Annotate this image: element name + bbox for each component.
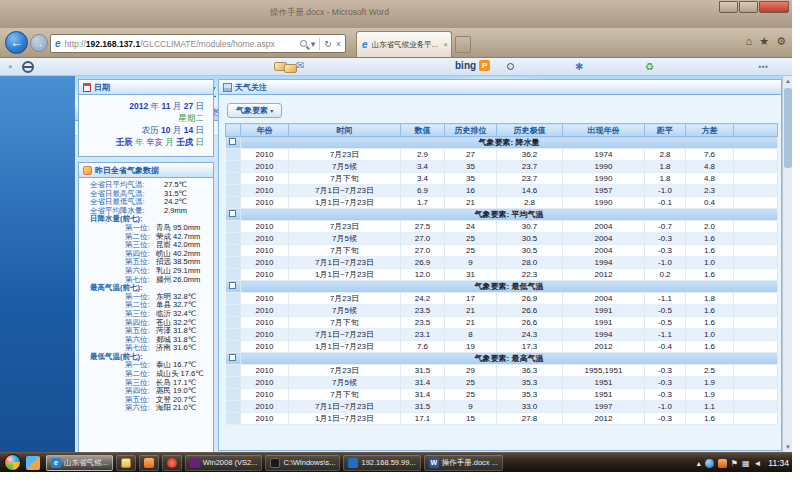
table-row[interactable]: 20101月1日~7月23日1.7212.81990-0.10.4 — [226, 197, 778, 209]
mail-icon[interactable]: ✉ — [296, 60, 304, 71]
refresh-icon[interactable]: ↻ — [324, 39, 332, 49]
row-leading-cell — [226, 149, 241, 161]
forward-button[interactable]: → — [30, 34, 48, 52]
column-header-5: 出现年份 — [563, 124, 645, 137]
table-row[interactable]: 20107月23日2.92736.219742.87.6 — [226, 149, 778, 161]
group-checkbox[interactable] — [229, 138, 236, 145]
search-icon[interactable] — [300, 40, 307, 47]
group-checkbox-cell — [226, 137, 241, 149]
table-row[interactable]: 20107月5候23.52126.61991-0.51.6 — [226, 305, 778, 317]
taskbar-task-5[interactable]: C:\Windows\s... — [265, 455, 340, 471]
tray-flag-icon[interactable]: ⚑ — [731, 459, 738, 468]
column-header-1: 时间 — [289, 124, 401, 137]
search-dropdown-icon[interactable]: ▾ — [311, 39, 316, 49]
table-row[interactable]: 20107月下旬31.42535.31951-0.31.9 — [226, 389, 778, 401]
cell-5: 1994 — [563, 257, 645, 269]
tray-expand-icon[interactable]: ▴ — [697, 459, 701, 468]
tray-volume-icon[interactable]: ◄ — [753, 459, 761, 468]
taskbar-task-3[interactable] — [162, 455, 182, 471]
table-row[interactable]: 20101月1日~7月23日17.11527.82012-0.31.6 — [226, 413, 778, 425]
cell-1: 7月5候 — [289, 233, 401, 245]
address-bar[interactable]: e http://192.168.137.1/GLCCLIMATE/module… — [50, 34, 346, 53]
table-row[interactable]: 20107月1日~7月23日6.91614.61957-1.02.3 — [226, 185, 778, 197]
row-leading-cell — [226, 233, 241, 245]
quick-launch-icon[interactable] — [26, 456, 40, 470]
table-row[interactable]: 20107月下旬27.02530.52004-0.31.6 — [226, 245, 778, 257]
table-row[interactable]: 20107月1日~7月23日23.1824.31994-1.11.0 — [226, 329, 778, 341]
group-checkbox[interactable] — [229, 210, 236, 217]
minimize-button[interactable] — [719, 1, 738, 13]
table-row[interactable]: 20107月23日31.52936.31955,1951-0.32.5 — [226, 365, 778, 377]
cell-5: 2004 — [563, 233, 645, 245]
close-button[interactable] — [759, 1, 789, 13]
tools-gear-icon[interactable]: ⚙ — [776, 35, 786, 48]
start-button[interactable] — [4, 454, 21, 471]
table-row[interactable]: 20107月1日~7月23日26.9928.01994-1.01.0 — [226, 257, 778, 269]
taskbar-task-7[interactable]: W操作手册.docx ... — [424, 455, 503, 471]
cell-4: 36.3 — [497, 365, 563, 377]
toolbar-close-icon[interactable]: × — [8, 62, 13, 71]
taskbar-task-6[interactable]: 192.168.59.99... — [343, 455, 420, 471]
cell-6: -0.7 — [645, 221, 686, 233]
group-checkbox[interactable] — [229, 354, 236, 361]
tray-security-icon[interactable] — [718, 459, 727, 468]
group-checkbox[interactable] — [229, 282, 236, 289]
cell-0: 2010 — [241, 413, 289, 425]
group-label: 气象要素: 平均气温 — [241, 209, 778, 221]
favorites-star-icon[interactable]: ★ — [759, 35, 769, 48]
table-row[interactable]: 20107月5候27.02530.52004-0.31.6 — [226, 233, 778, 245]
taskbar-task-2[interactable] — [139, 455, 159, 471]
divider — [319, 38, 320, 50]
table-row[interactable]: 20107月下旬3.43523.719901.84.8 — [226, 173, 778, 185]
taskbar-clock[interactable]: 11:34 — [768, 458, 789, 468]
maximize-button[interactable] — [739, 1, 758, 13]
tab-close-icon[interactable]: × — [443, 40, 448, 49]
spark-icon[interactable]: ✱ — [575, 61, 583, 72]
group-label: 气象要素: 降水量 — [241, 137, 778, 149]
cell-6: -1.0 — [645, 185, 686, 197]
bing-logo[interactable]: bing P — [455, 60, 490, 71]
back-button[interactable]: ← — [5, 31, 28, 54]
scrollbar-thumb[interactable] — [784, 88, 792, 168]
table-group-row-1: 气象要素: 平均气温 — [226, 209, 778, 221]
recycle-icon[interactable]: ♻ — [645, 61, 654, 72]
browser-tab[interactable]: e 山东省气候业务平... × — [356, 31, 452, 57]
table-row[interactable]: 20107月1日~7月23日31.5933.01997-1.01.1 — [226, 401, 778, 413]
table-row[interactable]: 20107月下旬23.52126.61991-0.51.6 — [226, 317, 778, 329]
cell-2: 31.4 — [401, 377, 445, 389]
stop-icon[interactable]: × — [336, 39, 341, 49]
word-icon: W — [429, 458, 439, 468]
cell-4: 23.7 — [497, 173, 563, 185]
element-filter-button[interactable]: 气象要素 ▾ — [227, 103, 282, 118]
new-tab-button[interactable] — [455, 36, 471, 53]
tray-network-globe-icon[interactable] — [705, 459, 714, 468]
group-checkbox-cell — [226, 281, 241, 293]
taskbar-task-1[interactable] — [116, 455, 136, 471]
console-icon — [270, 458, 280, 468]
table-row[interactable]: 20107月5候31.42535.31951-0.31.9 — [226, 377, 778, 389]
row-leading-cell — [226, 401, 241, 413]
table-row[interactable]: 20107月23日27.52430.72004-0.72.0 — [226, 221, 778, 233]
toolbar-overflow-icon[interactable]: ⋯ — [758, 61, 768, 72]
cell-1: 1月1日~7月23日 — [289, 341, 401, 353]
cell-0: 2010 — [241, 161, 289, 173]
table-row[interactable]: 20101月1日~7月23日12.03122.320120.21.6 — [226, 269, 778, 281]
cell-6: -0.5 — [645, 305, 686, 317]
vertical-scrollbar[interactable]: ▲ ▼ — [782, 76, 792, 452]
cell-3: 35 — [445, 173, 497, 185]
row-filler-cell — [734, 257, 778, 269]
background-window-title: 操作手册.docx - Microsoft Word — [270, 7, 389, 19]
home-icon[interactable]: ⌂ — [746, 35, 753, 48]
cell-0: 2010 — [241, 149, 289, 161]
taskbar-task-4[interactable]: Win2008 (VS2... — [185, 455, 263, 471]
table-row[interactable]: 20107月5候3.43523.719901.84.8 — [226, 161, 778, 173]
row-filler-cell — [734, 317, 778, 329]
row-leading-cell — [226, 329, 241, 341]
cell-7: 1.0 — [686, 329, 734, 341]
tray-network-icon[interactable]: ▦ — [742, 459, 750, 468]
cell-2: 7.6 — [401, 341, 445, 353]
blocker-icon[interactable] — [22, 61, 34, 73]
table-row[interactable]: 20101月1日~7月23日7.61917.32012-0.41.6 — [226, 341, 778, 353]
taskbar-task-0[interactable]: e山东省气候... — [46, 455, 113, 471]
table-row[interactable]: 20107月23日24.21726.92004-1.11.8 — [226, 293, 778, 305]
